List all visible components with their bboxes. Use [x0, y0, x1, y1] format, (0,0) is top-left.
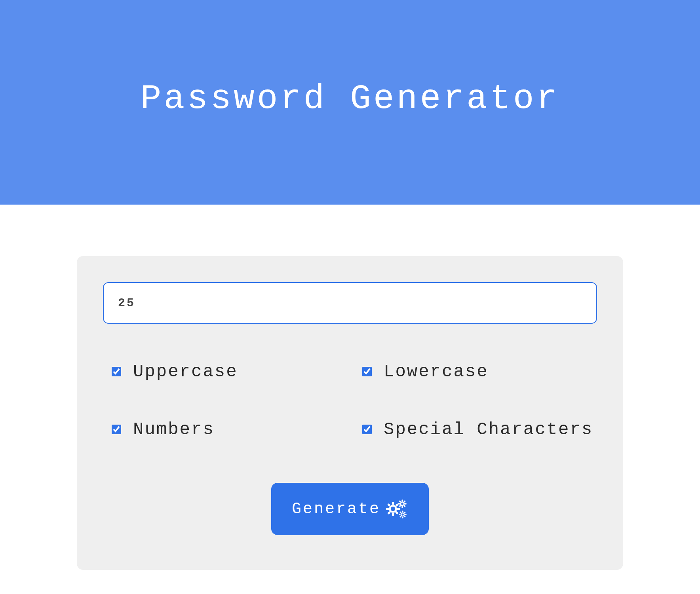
special-checkbox[interactable]	[362, 425, 372, 434]
generate-button-label: Generate	[292, 500, 380, 518]
svg-rect-12	[398, 503, 400, 505]
svg-rect-22	[405, 514, 407, 515]
generate-button[interactable]: Generate	[271, 483, 429, 535]
length-input[interactable]	[103, 282, 597, 324]
button-row: Generate	[103, 483, 597, 535]
option-numbers: Numbers	[112, 419, 346, 439]
svg-rect-19	[402, 510, 403, 512]
uppercase-label: Uppercase	[133, 362, 238, 381]
svg-rect-2	[392, 513, 394, 516]
numbers-label: Numbers	[133, 419, 215, 439]
page-title: Password Generator	[141, 79, 560, 118]
svg-point-9	[401, 502, 404, 506]
generator-card: Uppercase Lowercase Numbers Special Char…	[77, 256, 623, 570]
lowercase-label: Lowercase	[384, 362, 489, 381]
svg-rect-10	[401, 499, 403, 501]
options-grid: Uppercase Lowercase Numbers Special Char…	[103, 362, 597, 439]
special-label: Special Characters	[384, 419, 593, 439]
svg-rect-3	[386, 508, 389, 510]
main-content: Uppercase Lowercase Numbers Special Char…	[0, 205, 700, 570]
gears-icon	[386, 498, 408, 520]
svg-rect-11	[401, 506, 403, 508]
uppercase-checkbox[interactable]	[112, 367, 121, 376]
option-lowercase: Lowercase	[362, 362, 597, 381]
svg-rect-4	[397, 508, 400, 510]
svg-point-18	[401, 513, 404, 516]
lowercase-checkbox[interactable]	[362, 367, 372, 376]
svg-rect-1	[392, 502, 394, 505]
app-header: Password Generator	[0, 0, 700, 205]
svg-rect-21	[399, 514, 400, 515]
svg-rect-13	[405, 503, 406, 505]
option-uppercase: Uppercase	[112, 362, 346, 381]
svg-rect-20	[402, 517, 403, 518]
numbers-checkbox[interactable]	[112, 425, 121, 434]
svg-point-0	[390, 506, 396, 512]
option-special: Special Characters	[362, 419, 597, 439]
